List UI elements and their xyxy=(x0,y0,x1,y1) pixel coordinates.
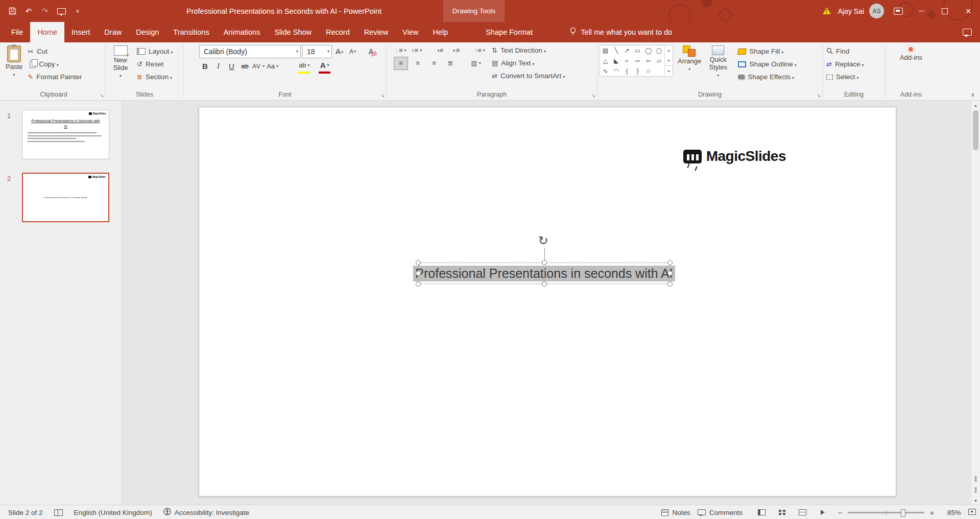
underline-button[interactable]: U xyxy=(226,60,237,73)
align-text-button[interactable]: ▤Align Text xyxy=(492,57,565,69)
shape-icon[interactable]: △ xyxy=(600,56,611,66)
decrease-indent-button[interactable]: ◂≡ xyxy=(434,44,447,57)
shape-outline-button[interactable]: Shape Outline xyxy=(735,58,799,70)
shapes-more-icon[interactable]: ▾ xyxy=(665,65,673,76)
decrease-font-size-button[interactable]: A▾ xyxy=(347,45,358,58)
resize-handle-top-right[interactable] xyxy=(667,260,673,265)
align-center-button[interactable]: ≡ xyxy=(411,57,424,69)
accessibility-checker[interactable]: Accessibility: Investigate xyxy=(163,508,249,517)
character-spacing-button[interactable]: AV xyxy=(252,60,265,73)
display-options-icon[interactable] xyxy=(891,4,905,19)
tab-review[interactable]: Review xyxy=(357,22,396,42)
scrollbar-thumb[interactable] xyxy=(973,110,978,150)
shape-icon[interactable]: ◯ xyxy=(643,45,654,56)
columns-button[interactable]: ▥ xyxy=(469,57,483,69)
clear-formatting-button[interactable]: A xyxy=(365,45,377,58)
shape-effects-button[interactable]: Shape Effects xyxy=(735,70,799,83)
proofing-icon[interactable] xyxy=(54,509,63,516)
previous-slide-button[interactable]: ∧∧ xyxy=(971,474,980,485)
collapse-ribbon-icon[interactable]: ∧ xyxy=(971,91,975,98)
slide-canvas[interactable]: MagicSlides ↻ Professional Presentations… xyxy=(122,101,971,505)
shape-icon[interactable]: ◠ xyxy=(611,66,622,76)
normal-view-button[interactable] xyxy=(755,507,768,518)
save-icon[interactable] xyxy=(5,4,19,19)
comments-icon[interactable] xyxy=(963,22,972,42)
resize-handle-middle-right[interactable] xyxy=(667,271,673,276)
tab-slide-show[interactable]: Slide Show xyxy=(267,22,319,42)
slide-2-thumbnail[interactable]: MagicSlides Professional Presentations i… xyxy=(22,173,109,222)
shape-icon[interactable]: ╲ xyxy=(611,45,622,56)
copy-button[interactable]: Copy xyxy=(25,58,84,70)
tab-home[interactable]: Home xyxy=(30,22,64,42)
shape-icon[interactable]: ↗ xyxy=(622,45,632,56)
warning-icon[interactable]: ! xyxy=(822,7,833,16)
zoom-out-button[interactable]: − xyxy=(836,508,844,517)
tab-record[interactable]: Record xyxy=(319,22,357,42)
slide-indicator[interactable]: Slide 2 of 2 xyxy=(8,509,43,516)
shape-icon[interactable]: ☆ xyxy=(643,66,654,76)
increase-indent-button[interactable]: ▸≡ xyxy=(450,44,463,57)
shape-icon[interactable]: } xyxy=(632,66,643,76)
tab-animations[interactable]: Animations xyxy=(217,22,268,42)
vertical-scrollbar[interactable]: ▴ ∧∧ ∨∨ ▾ xyxy=(971,101,980,505)
undo-icon[interactable]: ↶ xyxy=(21,4,36,19)
arrange-button[interactable]: Arrange xyxy=(675,44,704,73)
minimize-button[interactable] xyxy=(910,0,933,22)
redo-icon[interactable]: ↷ xyxy=(38,4,52,19)
paragraph-dialog-launcher[interactable]: ↘ xyxy=(591,93,595,98)
tab-design[interactable]: Design xyxy=(129,22,166,42)
line-spacing-button[interactable]: ↕≡ xyxy=(473,44,487,57)
layout-button[interactable]: Layout xyxy=(134,45,176,58)
tab-view[interactable]: View xyxy=(395,22,425,42)
slide-1-thumbnail[interactable]: MagicSlides Professional Presentations i… xyxy=(22,110,109,159)
bullets-button[interactable]: ⋮≡ xyxy=(394,44,407,57)
clipboard-dialog-launcher[interactable]: ↘ xyxy=(100,93,104,98)
selected-text-box[interactable]: ↻ Professional Presentations in seconds … xyxy=(418,263,670,284)
rotation-handle[interactable]: ↻ xyxy=(538,233,548,248)
tell-me-box[interactable]: Tell me what you want to do xyxy=(569,22,672,42)
font-name-combobox[interactable]: Calibri (Body)▾ xyxy=(199,45,301,58)
tab-draw[interactable]: Draw xyxy=(97,22,129,42)
slide-title-text[interactable]: Professional Presentations in seconds wi… xyxy=(413,266,675,281)
avatar[interactable]: AS xyxy=(869,4,884,18)
quick-styles-button[interactable]: Quick Styles xyxy=(704,44,732,79)
scroll-up-icon[interactable]: ▴ xyxy=(971,101,980,109)
format-painter-button[interactable]: Format Painter xyxy=(25,70,84,83)
notes-button[interactable]: Notes xyxy=(661,509,690,516)
shape-icon[interactable]: ◣ xyxy=(611,56,622,66)
shapes-scroll-down-icon[interactable]: ▾ xyxy=(665,56,673,66)
font-dialog-launcher[interactable]: ↘ xyxy=(380,93,385,98)
justify-button[interactable]: ≣ xyxy=(444,57,457,69)
zoom-slider[interactable] xyxy=(848,512,924,513)
replace-button[interactable]: Replace xyxy=(824,58,866,70)
shape-icon[interactable]: ∿ xyxy=(600,66,611,76)
change-case-button[interactable]: Aa xyxy=(267,60,278,73)
scroll-down-icon[interactable]: ▾ xyxy=(971,496,980,505)
zoom-in-button[interactable]: + xyxy=(928,508,936,517)
font-size-combobox[interactable]: 18▾ xyxy=(302,45,332,58)
bold-button[interactable]: B xyxy=(199,60,211,73)
slide-sorter-view-button[interactable] xyxy=(775,507,788,518)
maximize-button[interactable] xyxy=(933,0,957,22)
find-button[interactable]: Find xyxy=(824,45,866,58)
select-button[interactable]: Select xyxy=(824,70,866,83)
start-slideshow-icon[interactable] xyxy=(54,4,68,19)
strikethrough-button[interactable]: ab xyxy=(239,60,251,73)
comments-button[interactable]: Comments xyxy=(698,509,743,516)
customize-qat-icon[interactable]: ∨ xyxy=(70,4,85,19)
resize-handle-top-middle[interactable] xyxy=(542,260,547,265)
language-indicator[interactable]: English (United Kingdom) xyxy=(74,509,152,516)
slide-show-button[interactable] xyxy=(816,507,829,518)
tab-file[interactable]: File xyxy=(4,22,30,42)
resize-handle-bottom-right[interactable] xyxy=(667,281,673,287)
numbering-button[interactable]: 1≡ xyxy=(410,44,423,57)
resize-handle-bottom-middle[interactable] xyxy=(542,281,547,287)
paste-button[interactable]: Paste xyxy=(3,44,25,79)
font-color-button[interactable]: A xyxy=(319,59,330,74)
tab-transitions[interactable]: Transitions xyxy=(166,22,216,42)
align-left-button[interactable]: ≡ xyxy=(394,57,408,70)
reset-button[interactable]: Reset xyxy=(134,58,176,70)
resize-handle-bottom-left[interactable] xyxy=(416,281,421,287)
next-slide-button[interactable]: ∨∨ xyxy=(971,485,980,496)
text-highlight-color-button[interactable]: ab xyxy=(298,59,310,74)
